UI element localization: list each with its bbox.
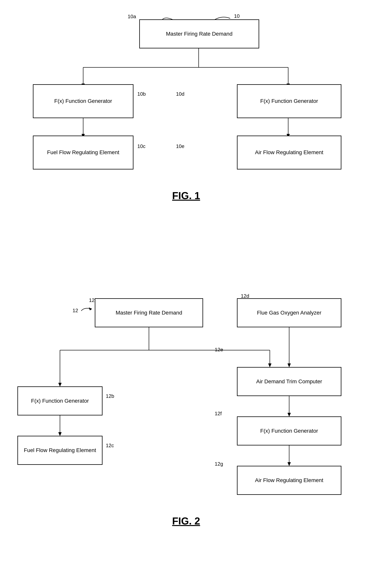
fig1-air-flow-box: Air Flow Regulating Element bbox=[237, 136, 341, 169]
fig2-label-12: 12 bbox=[73, 308, 78, 314]
fig1-master-firing-rate-label: Master Firing Rate Demand bbox=[166, 30, 232, 37]
fig2-air-flow-box: Air Flow Regulating Element bbox=[237, 466, 341, 495]
fig2-air-demand-trim-box: Air Demand Trim Computer bbox=[237, 367, 341, 396]
svg-marker-16 bbox=[58, 383, 61, 386]
fig2-label-12b: 12b bbox=[106, 393, 114, 399]
fig2-fx-right-box: F(x) Function Generator bbox=[237, 416, 341, 445]
fig1-section: Master Firing Rate Demand 10a 10 F(x) Fu… bbox=[8, 8, 374, 275]
fig1-fx-left-box: F(x) Function Generator bbox=[33, 84, 134, 118]
svg-marker-20 bbox=[288, 363, 291, 367]
svg-marker-27 bbox=[89, 308, 92, 310]
fig1-fx-right-box: F(x) Function Generator bbox=[237, 84, 341, 118]
fig1-label-10c: 10c bbox=[137, 143, 145, 149]
fig2-flue-gas-oxygen-label: Flue Gas Oxygen Analyzer bbox=[257, 309, 321, 316]
fig2-fx-left-box: F(x) Function Generator bbox=[18, 386, 102, 416]
fig2-fuel-flow-box: Fuel Flow Regulating Element bbox=[18, 436, 102, 465]
svg-marker-26 bbox=[288, 462, 291, 466]
fig1-master-firing-rate-box: Master Firing Rate Demand bbox=[139, 19, 259, 48]
fig2-air-demand-trim-label: Air Demand Trim Computer bbox=[256, 378, 322, 385]
fig1-label-10: 10 bbox=[234, 13, 240, 19]
fig1-label-10a: 10a bbox=[128, 14, 136, 20]
fig2-label-12c: 12c bbox=[106, 442, 114, 449]
fig1-air-flow-label: Air Flow Regulating Element bbox=[255, 149, 323, 156]
fig2-master-firing-rate-box: Master Firing Rate Demand bbox=[95, 298, 203, 327]
fig2-fx-right-label: F(x) Function Generator bbox=[260, 427, 318, 434]
fig2-title: FIG. 2 bbox=[172, 515, 200, 527]
fig2-fx-left-label: F(x) Function Generator bbox=[31, 398, 89, 404]
svg-marker-22 bbox=[288, 413, 291, 416]
fig1-fx-left-label: F(x) Function Generator bbox=[54, 98, 112, 105]
fig1-label-10b: 10b bbox=[137, 91, 146, 97]
svg-marker-18 bbox=[268, 363, 271, 367]
fig2-label-12d: 12d bbox=[241, 293, 249, 299]
fig2-label-12f: 12f bbox=[215, 411, 222, 417]
fig2-label-12e: 12e bbox=[215, 347, 223, 353]
fig1-fuel-flow-box: Fuel Flow Regulating Element bbox=[33, 136, 134, 169]
fig2-flue-gas-oxygen-box: Flue Gas Oxygen Analyzer bbox=[237, 298, 341, 327]
fig2-air-flow-label: Air Flow Regulating Element bbox=[255, 477, 323, 484]
fig1-fuel-flow-label: Fuel Flow Regulating Element bbox=[47, 149, 119, 156]
fig2-section: 12 12a Master Firing Rate Demand Flue Ga… bbox=[8, 279, 374, 588]
fig1-label-10d: 10d bbox=[176, 91, 184, 97]
svg-marker-24 bbox=[58, 432, 61, 436]
fig1-label-10e: 10e bbox=[176, 143, 184, 149]
fig2-master-firing-rate-label: Master Firing Rate Demand bbox=[116, 309, 182, 316]
fig1-fx-right-label: F(x) Function Generator bbox=[260, 98, 318, 105]
fig1-title: FIG. 1 bbox=[172, 190, 200, 201]
fig2-label-12g: 12g bbox=[215, 461, 223, 467]
fig2-fuel-flow-label: Fuel Flow Regulating Element bbox=[24, 447, 96, 454]
